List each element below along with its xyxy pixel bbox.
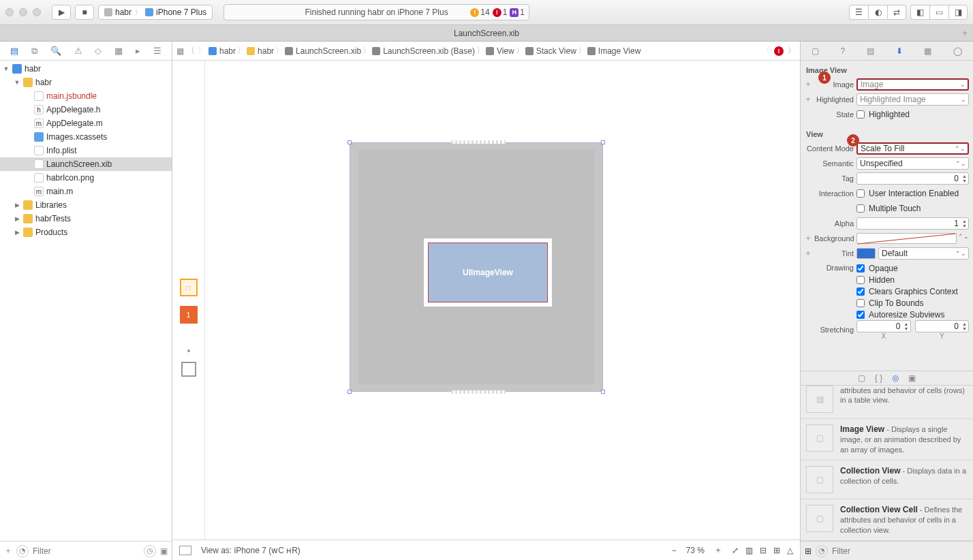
library-item[interactable]: ▢Collection View - Displays data in a co… [801, 461, 973, 499]
resolve-icon[interactable]: △ [787, 546, 793, 555]
disclosure-triangle-icon[interactable]: ▼ [14, 79, 20, 86]
media-lib-icon[interactable]: ▣ [908, 373, 916, 383]
library-item[interactable]: ▢Collection View Cell - Defines the attr… [801, 499, 973, 541]
tree-row[interactable]: main.jsbundle [0, 89, 172, 103]
new-tab-button[interactable]: ＋ [961, 27, 969, 39]
identity-inspector-icon[interactable]: ▤ [867, 46, 874, 56]
add-property-icon[interactable]: + [805, 234, 812, 243]
tree-row[interactable]: mmain.m [0, 185, 172, 198]
add-property-icon[interactable]: + [805, 80, 812, 89]
file-inspector-icon[interactable]: ▢ [812, 46, 819, 56]
back-button[interactable]: 〈 [187, 45, 195, 57]
file-template-lib-icon[interactable]: ▢ [858, 373, 865, 383]
tree-row[interactable]: ▶Libraries [0, 198, 172, 212]
help-inspector-icon[interactable]: ? [841, 46, 846, 56]
library-filter-input[interactable] [832, 546, 969, 556]
library-item[interactable]: ▢Image View - Displays a single image, o… [801, 419, 973, 461]
object-lib-icon[interactable]: ◎ [892, 373, 899, 383]
stretch-y-field[interactable]: 0▲▼ [915, 320, 970, 332]
code-snippet-lib-icon[interactable]: { } [875, 373, 882, 383]
ib-canvas[interactable]: UIImageView [205, 61, 800, 540]
embed-icon[interactable]: ▥ [745, 546, 753, 555]
tree-row[interactable]: ▶habrTests [0, 212, 172, 225]
close-icon[interactable] [5, 8, 14, 16]
content-mode-combo[interactable]: Scale To Fill⌃⌄ [856, 142, 969, 155]
filter-scope-icon[interactable]: ◔ [16, 545, 29, 557]
first-responder-icon[interactable]: 1 [180, 306, 198, 324]
resize-handle-icon[interactable] [451, 140, 506, 144]
version-editor-button[interactable]: ⇄ [887, 5, 906, 20]
test-icon[interactable]: ◇ [95, 46, 102, 56]
crumb[interactable]: habr [247, 46, 274, 56]
issue-indicator-icon[interactable]: ! [774, 46, 784, 56]
tint-colorwell[interactable] [856, 248, 876, 259]
toggle-debug-button[interactable]: ▭ [929, 5, 948, 20]
disclosure-triangle-icon[interactable]: ▼ [3, 65, 10, 72]
scene-view[interactable]: UIImageView [350, 142, 603, 392]
run-button[interactable]: ▶ [52, 5, 71, 20]
recent-filter-icon[interactable]: ◷ [144, 545, 156, 557]
grid-view-icon[interactable]: ⊞ [805, 546, 812, 556]
scheme-selector[interactable]: habr 〉 iPhone 7 Plus [98, 5, 213, 20]
drawing-checkbox[interactable]: Opaque [856, 264, 969, 273]
size-inspector-icon[interactable]: ▦ [924, 46, 931, 56]
tag-field[interactable]: 0▲▼ [856, 172, 969, 185]
disclosure-triangle-icon[interactable]: ▶ [14, 215, 20, 222]
pin-icon[interactable]: ⊞ [773, 546, 780, 555]
tree-row[interactable]: habrIcon.png [0, 171, 172, 185]
tree-row[interactable]: Info.plist [0, 144, 172, 157]
debug-icon[interactable]: ▦ [114, 46, 123, 56]
related-items-icon[interactable]: ▦ [176, 46, 184, 56]
crumb[interactable]: View [486, 46, 514, 56]
image-view[interactable]: UIImageView [428, 243, 548, 302]
minimize-icon[interactable] [19, 8, 27, 16]
jump-forward-icon[interactable]: 〉 [788, 45, 796, 57]
h-badge[interactable]: H1 [510, 7, 525, 17]
forward-button[interactable]: 〉 [198, 45, 206, 57]
resize-handle-icon[interactable] [451, 390, 506, 394]
tree-row[interactable]: ▼habr [0, 76, 172, 89]
stretch-x-field[interactable]: 0▲▼ [856, 320, 911, 332]
report-icon[interactable]: ☰ [153, 46, 161, 56]
add-property-icon[interactable]: + [805, 95, 812, 104]
tree-row[interactable]: LaunchScreen.xib [0, 157, 172, 171]
view-as-label[interactable]: View as: iPhone 7 (ᴡC ʜR) [201, 546, 300, 555]
error-badge[interactable]: !1 [493, 7, 508, 17]
navigator-filter-input[interactable] [33, 546, 140, 556]
source-control-icon[interactable]: ⧉ [31, 46, 37, 57]
image-view-container[interactable]: UIImageView [424, 238, 552, 307]
crumb[interactable]: LaunchScreen.xib (Base) [372, 46, 475, 56]
view-object-icon[interactable] [181, 362, 196, 377]
update-frames-icon[interactable]: ⤢ [732, 546, 739, 555]
image-combo[interactable]: Image⌄ [856, 78, 969, 91]
zoom-icon[interactable] [33, 8, 41, 16]
library-item[interactable]: ▤ attributes and behavior of cells (rows… [801, 386, 973, 419]
tree-row[interactable]: Images.xcassets [0, 130, 172, 144]
stop-button[interactable]: ■ [75, 5, 94, 20]
drawing-checkbox[interactable]: Clears Graphics Context [856, 287, 969, 296]
stack-view[interactable]: UIImageView [358, 150, 594, 384]
standard-editor-button[interactable]: ☰ [849, 5, 868, 20]
disclosure-triangle-icon[interactable]: ▶ [14, 229, 20, 236]
zoom-out-button[interactable]: − [672, 546, 677, 555]
tab-title[interactable]: LaunchScreen.xib [454, 29, 519, 38]
crumb[interactable]: LaunchScreen.xib [285, 46, 361, 56]
align-icon[interactable]: ⊟ [760, 546, 767, 555]
tree-row[interactable]: ▶Products [0, 225, 172, 239]
drawing-checkbox[interactable]: Clip To Bounds [856, 298, 969, 308]
tree-row[interactable]: mAppDelegate.m [0, 116, 172, 130]
drawing-checkbox[interactable]: Hidden [856, 275, 969, 285]
toggle-inspector-button[interactable]: ◨ [948, 5, 968, 20]
zoom-in-button[interactable]: ＋ [714, 544, 722, 556]
assistant-editor-button[interactable]: ◐ [868, 5, 887, 20]
scm-filter-icon[interactable]: ▣ [160, 546, 168, 556]
tint-combo[interactable]: Default⌃⌄ [878, 247, 969, 260]
crumb[interactable]: Image View [587, 46, 640, 56]
semantic-combo[interactable]: Unspecified⌃⌄ [856, 157, 969, 170]
disclosure-triangle-icon[interactable]: ▶ [14, 202, 20, 208]
tree-row[interactable]: hAppDelegate.h [0, 103, 172, 116]
add-button[interactable]: ＋ [4, 545, 12, 557]
alpha-field[interactable]: 1▲▼ [856, 217, 969, 230]
filter-scope-icon[interactable]: ◔ [816, 545, 828, 557]
outline-toggle-button[interactable] [179, 546, 191, 555]
